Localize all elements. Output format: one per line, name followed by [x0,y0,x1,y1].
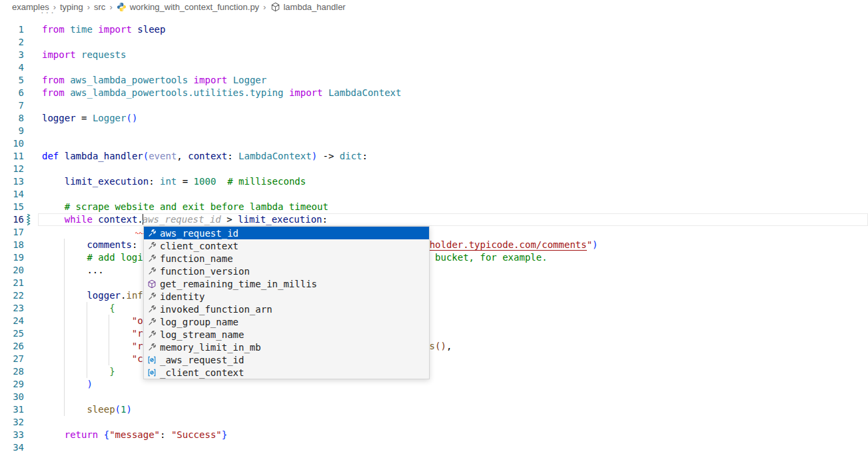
line-number-21[interactable]: 21 [0,277,24,289]
vscode-editor: examples›typing›src›working_with_context… [0,0,868,456]
line-number-13[interactable]: 13 [0,175,24,188]
code-line-22[interactable]: 22 logger.info( [0,289,868,302]
line-content: limit_execution: int = 1000 # millisecon… [42,176,306,187]
code-line-23[interactable]: 23 { [0,302,868,315]
suggestion-label: log_stream_name [160,329,244,340]
code-line-32[interactable]: 32 [0,416,868,429]
indent-guide [87,365,87,378]
line-number-34[interactable]: 34 [0,441,24,454]
code-line-5[interactable]: 5from aws_lambda_powertools import Logge… [0,74,868,87]
suggestion-item-function_version[interactable]: function_version [144,265,429,277]
line-number-22[interactable]: 22 [0,289,24,302]
code-line-21[interactable]: 21 [0,277,868,289]
code-line-10[interactable]: 10 [0,137,868,150]
code-line-34[interactable]: 34 [0,441,868,454]
line-number-4[interactable]: 4 [0,61,24,74]
code-line-2[interactable]: 2 [0,36,868,49]
line-number-25[interactable]: 25 [0,327,24,340]
code-line-25[interactable]: 25 "request_id": context.aws_request_id, [0,327,868,340]
line-number-10[interactable]: 10 [0,137,24,150]
code-line-15[interactable]: 15 # scrape website and exit before lamb… [0,201,868,213]
line-number-30[interactable]: 30 [0,391,24,403]
line-number-11[interactable]: 11 [0,150,24,163]
code-line-12[interactable]: 12 [0,163,868,175]
code-line-13[interactable]: 13 limit_execution: int = 1000 # millise… [0,175,868,188]
line-number-18[interactable]: 18 [0,239,24,251]
line-number-17[interactable]: 17 [0,226,24,239]
indent-guide [64,340,65,353]
indent-guide [109,340,109,353]
code-line-14[interactable]: 14 [0,188,868,201]
line-content: sleep(1) [42,404,132,415]
code-line-20[interactable]: 20 ... [0,264,868,277]
line-number-20[interactable]: 20 [0,264,24,277]
code-line-18[interactable]: 18 comments: requests.Response = request… [0,239,868,251]
suggestion-item-log_stream_name[interactable]: log_stream_name [144,328,429,341]
suggestion-item-identity[interactable]: identity [144,290,429,303]
suggestion-item-_aws_request_id[interactable]: _aws_request_id [144,353,429,366]
breadcrumb-item-typing[interactable]: typing [60,2,83,12]
line-number-15[interactable]: 15 [0,201,24,213]
symbol-property-icon [147,241,157,251]
line-number-2[interactable]: 2 [0,36,24,49]
suggestion-label: client_context [160,241,238,251]
line-number-26[interactable]: 26 [0,340,24,353]
line-number-31[interactable]: 31 [0,403,24,416]
line-number-12[interactable]: 12 [0,163,24,175]
code-line-11[interactable]: 11def lambda_handler(event, context: Lam… [0,150,868,163]
code-line-24[interactable]: 24 "operation": "scrape", [0,315,868,327]
line-number-9[interactable]: 9 [0,125,24,137]
indent-guide [64,327,65,340]
line-number-27[interactable]: 27 [0,353,24,365]
line-number-3[interactable]: 3 [0,49,24,61]
code-line-19[interactable]: 19 # add logic here and save the scraped… [0,251,868,264]
suggestion-item-aws_request_id[interactable]: aws_request_id [144,227,429,239]
code-line-26[interactable]: 26 "remaining_time": context.get_remaini… [0,340,868,353]
code-line-3[interactable]: 3import requests [0,49,868,61]
line-number-33[interactable]: 33 [0,429,24,441]
code-line-8[interactable]: 8logger = Logger() [0,112,868,125]
line-number-28[interactable]: 28 [0,365,24,378]
code-line-29[interactable]: 29 ) [0,378,868,391]
breadcrumb-item-lambda-handler[interactable]: lambda_handler [270,1,345,12]
line-number-19[interactable]: 19 [0,251,24,264]
breadcrumb-item-src[interactable]: src [94,2,105,12]
code-line-27[interactable]: 27 "comments": comments.json()[:2], [0,353,868,365]
line-number-8[interactable]: 8 [0,112,24,125]
line-number-5[interactable]: 5 [0,74,24,87]
code-line-7[interactable]: 7 [0,99,868,112]
code-line-17[interactable]: 17 [0,226,868,239]
suggestion-label: log_group_name [160,317,238,327]
line-number-14[interactable]: 14 [0,188,24,201]
suggestion-item-_client_context[interactable]: _client_context [144,366,429,379]
line-number-29[interactable]: 29 [0,378,24,391]
code-line-16[interactable]: 16 while context.aws_request_id > limit_… [0,213,868,226]
suggestion-label: get_remaining_time_in_millis [160,279,317,289]
line-number-32[interactable]: 32 [0,416,24,429]
suggestion-item-invoked_function_arn[interactable]: invoked_function_arn [144,303,429,315]
code-line-1[interactable]: 1from time import sleep [0,23,868,36]
suggestion-item-client_context[interactable]: client_context [144,239,429,252]
line-number-7[interactable]: 7 [0,99,24,112]
breadcrumb-item-working-with-context-function-py[interactable]: working_with_context_function.py [117,1,259,12]
suggestion-item-function_name[interactable]: function_name [144,252,429,265]
indent-guide [87,353,87,365]
python-icon [117,1,127,12]
line-number-23[interactable]: 23 [0,302,24,315]
suggestion-item-memory_limit_in_mb[interactable]: memory_limit_in_mb [144,341,429,353]
suggestion-item-log_group_name[interactable]: log_group_name [144,315,429,328]
suggestion-item-get_remaining_time_in_millis[interactable]: get_remaining_time_in_millis [144,277,429,290]
line-number-16[interactable]: 16 [0,213,24,226]
code-line-6[interactable]: 6from aws_lambda_powertools.utilities.ty… [0,87,868,99]
line-number-6[interactable]: 6 [0,87,24,99]
line-number-24[interactable]: 24 [0,315,24,327]
code-line-33[interactable]: 33 return {"message": "Success"} [0,429,868,441]
code-line-30[interactable]: 30 [0,391,868,403]
code-line-28[interactable]: 28 } [0,365,868,378]
line-number-1[interactable]: 1 [0,23,24,36]
indent-guide [64,264,65,277]
code-line-4[interactable]: 4 [0,61,868,74]
code-line-31[interactable]: 31 sleep(1) [0,403,868,416]
code-line-9[interactable]: 9 [0,125,868,137]
code-area: 1from time import sleep23import requests… [0,23,868,454]
